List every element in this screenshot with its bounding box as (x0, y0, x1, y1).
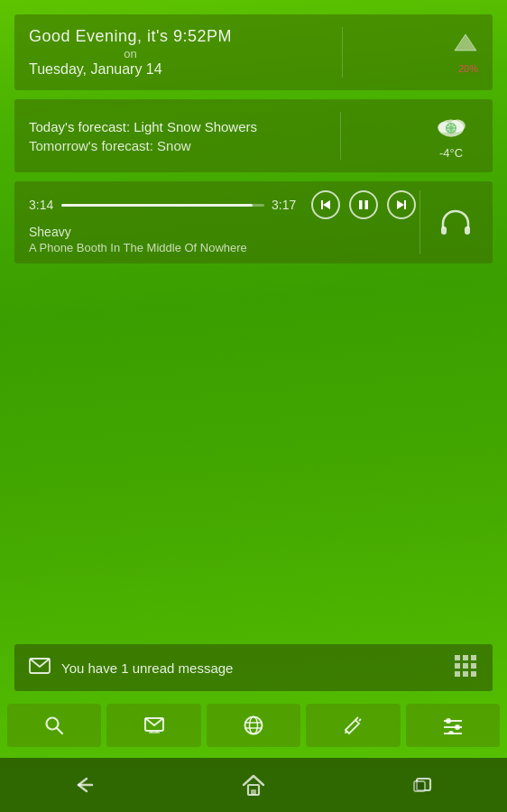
spacer-area (0, 263, 507, 644)
notif-left: You have 1 unread message (29, 658, 233, 678)
music-divider (419, 190, 420, 254)
temperature-label: -4°C (439, 146, 463, 160)
signal-icon (453, 31, 478, 60)
svg-rect-25 (463, 671, 468, 677)
datetime-text: Good Evening, it's 9:52PM on Tuesday, Ja… (29, 27, 232, 78)
svg-line-38 (359, 719, 361, 721)
song-label: A Phone Booth In The Middle Of Nowhere (29, 241, 416, 254)
svg-rect-19 (463, 655, 468, 660)
svg-marker-9 (323, 200, 330, 209)
headphone-icon (439, 207, 472, 239)
datetime-right: 20% (453, 31, 478, 74)
svg-marker-0 (455, 34, 476, 51)
progress-bar-container[interactable] (61, 204, 264, 207)
weather-icon-area: -4°C (424, 112, 478, 160)
equalizer-button[interactable] (406, 704, 500, 747)
svg-point-33 (245, 717, 263, 734)
svg-rect-22 (463, 663, 468, 669)
recent-apps-button[interactable] (395, 767, 449, 803)
music-left: 3:14 3:17 (29, 190, 416, 254)
time-total: 3:17 (272, 198, 297, 212)
home-button[interactable] (226, 767, 281, 803)
svg-rect-49 (414, 781, 425, 791)
next-button[interactable] (387, 190, 416, 219)
bottom-nav (0, 758, 507, 812)
greeting-text: Good Evening, it's 9:52PM (29, 27, 232, 46)
svg-rect-26 (471, 671, 476, 677)
datetime-widget: Good Evening, it's 9:52PM on Tuesday, Ja… (14, 14, 493, 90)
music-info: Sheavy A Phone Booth In The Middle Of No… (29, 225, 416, 254)
email-icon (29, 658, 51, 678)
svg-point-44 (448, 731, 454, 734)
svg-rect-16 (465, 226, 470, 235)
weather-text: Today's forecast: Light Snow Showers Tom… (29, 119, 257, 153)
progress-bar-fill (61, 204, 253, 207)
weather-divider (340, 112, 341, 160)
artist-label: Sheavy (29, 225, 416, 239)
music-widget: 3:14 3:17 (14, 181, 493, 263)
notification-text: You have 1 unread message (61, 660, 233, 676)
back-button[interactable] (58, 767, 112, 803)
svg-rect-11 (359, 200, 363, 209)
content-wrapper: Good Evening, it's 9:52PM on Tuesday, Ja… (0, 0, 507, 758)
svg-point-34 (250, 717, 258, 734)
bottom-section: You have 1 unread message (0, 644, 507, 758)
svg-rect-12 (365, 200, 369, 209)
on-text: on (29, 47, 232, 60)
svg-rect-10 (321, 200, 323, 209)
weather-cloud-icon (432, 112, 470, 144)
forecast-today: Today's forecast: Light Snow Showers (29, 119, 257, 134)
music-right (424, 207, 478, 239)
pause-button[interactable] (349, 190, 378, 219)
widgets-section: Good Evening, it's 9:52PM on Tuesday, Ja… (0, 0, 507, 263)
page: Good Evening, it's 9:52PM on Tuesday, Ja… (0, 0, 507, 812)
svg-rect-23 (471, 663, 476, 669)
date-text: Tuesday, January 14 (29, 61, 232, 78)
music-controls (311, 190, 416, 219)
svg-point-40 (446, 718, 451, 724)
svg-line-37 (355, 717, 358, 720)
notification-bar: You have 1 unread message (14, 644, 493, 691)
svg-rect-24 (455, 671, 460, 677)
svg-rect-47 (251, 789, 256, 795)
time-elapsed: 3:14 (29, 198, 54, 212)
compose-button[interactable] (106, 704, 200, 747)
music-time-row: 3:14 3:17 (29, 190, 416, 219)
prev-button[interactable] (311, 190, 340, 219)
svg-rect-18 (455, 655, 460, 660)
svg-rect-14 (404, 200, 406, 209)
edit-button[interactable] (306, 704, 400, 747)
svg-rect-15 (441, 226, 447, 235)
grid-icon (453, 653, 478, 682)
battery-label: 20% (458, 63, 478, 74)
forecast-tomorrow: Tomorrow's forecast: Snow (29, 138, 257, 153)
divider (342, 27, 343, 78)
weather-widget: Today's forecast: Light Snow Showers Tom… (14, 99, 493, 172)
browser-button[interactable] (207, 704, 300, 747)
svg-rect-20 (471, 655, 476, 660)
svg-marker-13 (397, 200, 404, 209)
svg-point-42 (455, 724, 460, 730)
quick-actions (0, 697, 507, 754)
svg-line-28 (57, 728, 62, 734)
search-button[interactable] (7, 704, 101, 747)
svg-rect-21 (455, 663, 460, 669)
